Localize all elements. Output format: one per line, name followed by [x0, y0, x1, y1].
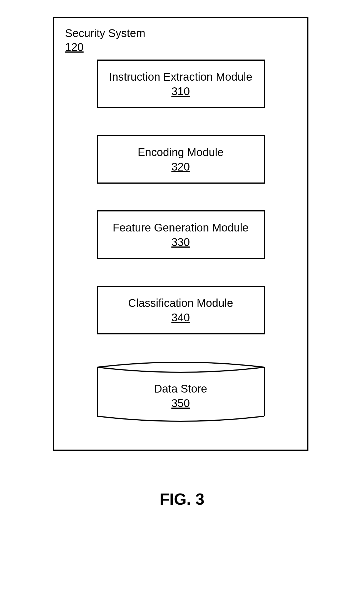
module-feature-generation: Feature Generation Module 330 — [97, 210, 265, 259]
data-store-ref: 350 — [171, 396, 190, 410]
module-name: Feature Generation Module — [113, 220, 248, 235]
module-classification: Classification Module 340 — [97, 286, 265, 334]
figure-caption: FIG. 3 — [53, 490, 311, 508]
container-title: Security System — [65, 26, 296, 40]
module-instruction-extraction: Instruction Extraction Module 310 — [97, 60, 265, 108]
page: Security System 120 Instruction Extracti… — [0, 0, 364, 614]
container-title-block: Security System 120 — [65, 26, 296, 54]
security-system-container: Security System 120 Instruction Extracti… — [53, 17, 308, 451]
module-ref: 310 — [171, 84, 190, 98]
module-ref: 330 — [171, 235, 190, 249]
module-ref: 340 — [171, 310, 190, 325]
data-store-name: Data Store — [154, 381, 207, 396]
module-name: Encoding Module — [138, 145, 223, 159]
container-ref: 120 — [65, 40, 296, 54]
module-name: Classification Module — [128, 296, 233, 310]
modules-column: Instruction Extraction Module 310 Encodi… — [65, 60, 296, 422]
module-ref: 320 — [171, 159, 190, 174]
data-store-label-block: Data Store 350 — [97, 361, 265, 422]
data-store-cylinder: Data Store 350 — [97, 361, 265, 422]
module-encoding: Encoding Module 320 — [97, 135, 265, 184]
module-name: Instruction Extraction Module — [109, 70, 252, 84]
